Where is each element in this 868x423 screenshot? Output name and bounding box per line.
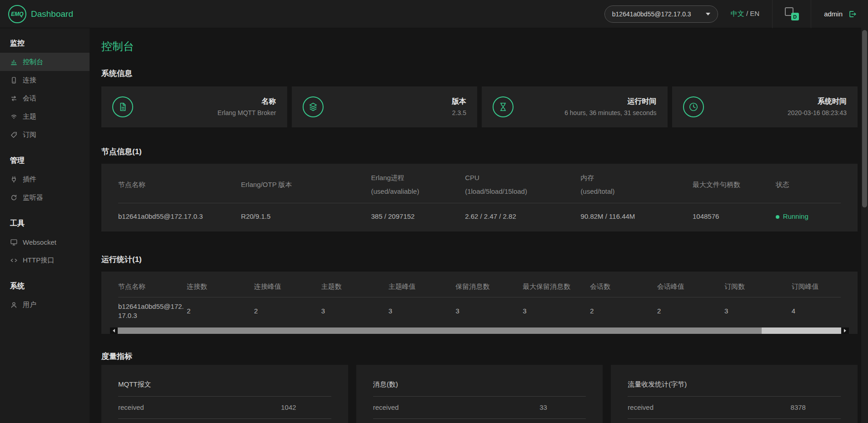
cell-subscriptions-max: 4 — [792, 297, 841, 325]
username[interactable]: admin — [824, 10, 843, 18]
sidebar-item-label: 插件 — [23, 175, 36, 184]
column-header: CPU(1load/5load/15load) — [465, 164, 580, 203]
metric-value: 33 — [501, 403, 586, 412]
card-broker-name: 名称 Erlang MQTT Broker — [101, 86, 287, 127]
column-header: 保留消息数 — [455, 272, 523, 297]
cell-retained: 3 — [455, 297, 523, 325]
section-title-run-stats: 运行统计(1) — [101, 255, 858, 264]
scroll-left-button[interactable] — [110, 327, 118, 334]
card-value: 2.3.5 — [330, 109, 467, 117]
cell-topics: 3 — [321, 297, 389, 325]
sidebar-item-label: Websocket — [23, 238, 56, 246]
sidebar-section-title: 监控 — [0, 37, 90, 49]
node-select-value: b12641a0bd55@172.17.0.3 — [612, 10, 691, 18]
lang-en-link[interactable]: EN — [750, 10, 759, 17]
metric-row: sent 6422 — [628, 419, 841, 423]
cell-node-name: b12641a0bd55@172.17.0.3 — [118, 297, 187, 325]
vertical-scrollbar[interactable] — [861, 0, 868, 423]
column-header: 连接峰值 — [254, 272, 321, 297]
sidebar-item-subscriptions[interactable]: 订阅 — [0, 126, 90, 144]
topics-icon — [10, 113, 18, 121]
cell-otp-version: R20/9.1.5 — [241, 203, 371, 232]
sidebar-section-monitoring: 监控 控制台 连接 会话 主题 订阅 — [0, 37, 90, 144]
lang-zh-link[interactable]: 中文 — [731, 10, 744, 17]
card-text: 名称 Erlang MQTT Broker — [140, 97, 276, 117]
metric-row: received 8378 — [628, 397, 841, 419]
sidebar-item-sessions[interactable]: 会话 — [0, 89, 90, 107]
section-title-system-info: 系统信息 — [101, 69, 858, 78]
column-header: Erlang/OTP 版本 — [241, 164, 371, 203]
metric-value: 1042 — [246, 403, 331, 412]
sidebar-item-label: 连接 — [23, 76, 36, 85]
arrow-right-icon — [844, 329, 846, 332]
scrollbar-thumb[interactable] — [118, 327, 762, 334]
column-header: 节点名称 — [118, 164, 241, 203]
sidebar-item-label: 用户 — [23, 301, 36, 309]
sidebar-item-http-api[interactable]: HTTP接口 — [0, 251, 90, 269]
card-value: 6 hours, 36 minutes, 31 seconds — [520, 109, 657, 117]
user-area: admin — [824, 10, 857, 19]
emq-logo-icon: EMQ — [8, 5, 26, 23]
metric-row: received 33 — [373, 397, 586, 419]
sidebar-item-users[interactable]: 用户 — [0, 296, 90, 314]
column-header: 订阅数 — [724, 272, 792, 297]
cell-status: Running — [776, 203, 841, 232]
card-uptime: 运行时间 6 hours, 36 minutes, 31 seconds — [482, 86, 668, 127]
node-select[interactable]: b12641a0bd55@172.17.0.3 — [604, 5, 718, 23]
sidebar: 监控 控制台 连接 会话 主题 订阅 管理 插件 监听器 — [0, 28, 90, 423]
cell-retained-max: 3 — [523, 297, 590, 325]
metric-card-messages: 消息(数) received 33 sent 24 — [356, 365, 603, 423]
vertical-scrollbar-thumb[interactable] — [862, 30, 867, 207]
main-content: 控制台 系统信息 名称 Erlang MQTT Broker 版本 2.3.5 — [90, 28, 858, 423]
emq-logo[interactable]: EMQ Dashboard — [8, 5, 73, 23]
hourglass-icon — [493, 96, 514, 117]
sidebar-item-listeners[interactable]: 监听器 — [0, 188, 90, 206]
card-text: 系统时间 2020-03-16 08:23:43 — [710, 97, 847, 117]
sidebar-section-title: 系统 — [0, 280, 90, 292]
metric-card-title: 消息(数) — [373, 380, 586, 397]
dashboard-icon — [10, 58, 18, 66]
docs-button[interactable]: D — [772, 0, 811, 28]
cell-connections-max: 2 — [254, 297, 321, 325]
metrics-cards: MQTT报文 received 1042 sent 1026 消息(数) rec… — [101, 365, 858, 423]
card-label: 运行时间 — [520, 97, 657, 106]
column-header: 主题数 — [321, 272, 389, 297]
sidebar-item-connections[interactable]: 连接 — [0, 71, 90, 89]
scroll-right-button[interactable] — [841, 327, 849, 334]
run-stats-table: 节点名称 连接数 连接峰值 主题数 主题峰值 保留消息数 最大保留消息数 会话数… — [101, 272, 858, 334]
cell-max-fds: 1048576 — [693, 203, 776, 232]
status-dot — [776, 215, 779, 219]
cell-sessions-max: 2 — [657, 297, 724, 325]
sidebar-section-title: 工具 — [0, 217, 90, 229]
sidebar-item-plugins[interactable]: 插件 — [0, 170, 90, 188]
cell-subscriptions: 3 — [724, 297, 792, 325]
metric-label: received — [628, 403, 755, 412]
column-header: 最大保留消息数 — [523, 272, 590, 297]
sidebar-item-dashboard[interactable]: 控制台 — [0, 53, 90, 71]
metric-row: received 1042 — [118, 397, 331, 419]
sidebar-item-topics[interactable]: 主题 — [0, 107, 90, 126]
logout-icon[interactable] — [848, 10, 857, 19]
sidebar-section-title: 管理 — [0, 155, 90, 166]
docs-icon: D — [785, 7, 799, 20]
card-text: 运行时间 6 hours, 36 minutes, 31 seconds — [520, 97, 657, 117]
run-stats-header-row: 节点名称 连接数 连接峰值 主题数 主题峰值 保留消息数 最大保留消息数 会话数… — [118, 272, 841, 297]
docs-icon-badge: D — [791, 13, 799, 20]
horizontal-scrollbar[interactable] — [110, 327, 849, 334]
sessions-icon — [10, 95, 18, 102]
metric-row: sent 24 — [373, 419, 586, 423]
sidebar-item-websocket[interactable]: Websocket — [0, 233, 90, 251]
clock-icon — [683, 96, 704, 117]
cell-node-name: b12641a0bd55@172.17.0.3 — [118, 203, 241, 232]
column-header: 连接数 — [187, 272, 254, 297]
websocket-icon — [10, 238, 18, 246]
metric-value: 8378 — [756, 403, 841, 412]
app-title: Dashboard — [31, 9, 73, 19]
sidebar-section-management: 管理 插件 监听器 — [0, 155, 90, 206]
scrollbar-track[interactable] — [118, 327, 841, 334]
sidebar-item-label: 会话 — [23, 94, 36, 103]
sidebar-section-system: 系统 用户 — [0, 280, 90, 314]
header-right: b12641a0bd55@172.17.0.3 中文 / EN D admin — [604, 0, 868, 28]
plugins-icon — [10, 176, 18, 183]
card-system-time: 系统时间 2020-03-16 08:23:43 — [672, 86, 858, 127]
